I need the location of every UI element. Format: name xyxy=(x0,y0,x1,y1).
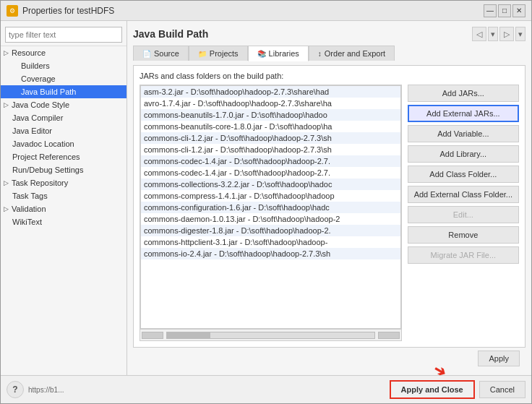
scroll-thumb[interactable] xyxy=(167,332,210,338)
minimize-button[interactable]: — xyxy=(484,4,497,17)
nav-forward-dropdown[interactable]: ▾ xyxy=(515,27,525,41)
tab-projects[interactable]: 📁 Projects xyxy=(189,46,248,61)
buttons-panel: Add JARs... Add External JARs... Add Var… xyxy=(408,85,519,341)
jar-item[interactable]: commons-cli-1.2.jar - D:\soft\hadoop\had… xyxy=(141,132,400,144)
right-panel: Java Build Path ◁ ▾ ▷ ▾ 📄 Source 📁 Proje… xyxy=(127,21,531,375)
apply-row: Apply xyxy=(133,348,525,369)
window-title: Properties for testHDFS xyxy=(22,6,114,16)
title-bar-left: ⚙ Properties for testHDFS xyxy=(7,5,114,17)
source-tab-icon: 📄 xyxy=(142,50,151,58)
sidebar-item-builders[interactable]: Builders xyxy=(1,59,126,72)
jar-item[interactable]: commons-codec-1.4.jar - D:\soft\hadoop\h… xyxy=(141,167,400,179)
tab-source[interactable]: 📄 Source xyxy=(133,46,189,61)
filter-box xyxy=(1,24,126,46)
scroll-track[interactable] xyxy=(166,332,375,339)
projects-tab-icon: 📁 xyxy=(198,50,207,58)
nav-back-dropdown[interactable]: ▾ xyxy=(488,27,498,41)
tab-libraries[interactable]: 📚 Libraries xyxy=(248,46,309,61)
jar-list[interactable]: asm-3.2.jar - D:\soft\hadoop\hadoop-2.7.… xyxy=(140,85,401,329)
panel-header: Java Build Path ◁ ▾ ▷ ▾ xyxy=(133,27,525,41)
sidebar-item-java-compiler[interactable]: Java Compiler xyxy=(1,111,126,124)
bottom-bar: ? https://b1... Apply and Close Cancel xyxy=(1,375,531,403)
apply-button[interactable]: Apply xyxy=(478,351,520,366)
remove-button[interactable]: Remove xyxy=(408,226,519,244)
sidebar-item-java-code-style[interactable]: ▷ Java Code Style xyxy=(1,98,126,111)
scroll-right-btn[interactable] xyxy=(378,332,400,339)
sidebar-item-coverage[interactable]: Coverage xyxy=(1,72,126,85)
add-class-folder-button[interactable]: Add Class Folder... xyxy=(408,166,519,183)
properties-window: ⚙ Properties for testHDFS — □ ✕ ▷ Resour… xyxy=(0,0,532,404)
tabs: 📄 Source 📁 Projects 📚 Libraries ↕ Order … xyxy=(133,46,525,61)
scroll-left-btn[interactable] xyxy=(142,332,163,339)
sidebar-item-task-tags[interactable]: Task Tags xyxy=(1,189,126,202)
jar-item[interactable]: commons-compress-1.4.1.jar - D:\soft\had… xyxy=(141,190,400,202)
sidebar-item-java-editor[interactable]: Java Editor xyxy=(1,124,126,137)
content-label: JARs and class folders on the build path… xyxy=(140,72,519,80)
arrow-icon: ▷ xyxy=(4,101,9,108)
footer-url: https://b1... xyxy=(28,386,385,394)
jar-item[interactable]: commons-httpclient-3.1.jar - D:\soft\had… xyxy=(141,236,400,248)
help-button[interactable]: ? xyxy=(7,381,24,398)
jar-item[interactable]: commons-io-2.4.jar - D:\soft\hadoop\hado… xyxy=(141,248,400,259)
main-split: asm-3.2.jar - D:\soft\hadoop\hadoop-2.7.… xyxy=(140,85,519,341)
sidebar-item-java-build-path[interactable]: Java Build Path xyxy=(1,85,126,98)
bottom-bar-wrapper: ➔ ? https://b1... Apply and Close Cancel xyxy=(1,375,531,403)
add-library-button[interactable]: Add Library... xyxy=(408,145,519,163)
jar-item[interactable]: commons-daemon-1.0.13.jar - D:\soft\hado… xyxy=(141,213,400,225)
jar-item[interactable]: avro-1.7.4.jar - D:\soft\hadoop\hadoop-2… xyxy=(141,98,400,109)
arrow-icon: ▷ xyxy=(4,179,9,186)
jar-item[interactable]: commons-collections-3.2.2.jar - D:\soft\… xyxy=(141,179,400,190)
panel-title: Java Build Path xyxy=(133,28,208,40)
arrow-icon: ▷ xyxy=(4,205,9,212)
sidebar-item-wikitext[interactable]: WikiText xyxy=(1,215,126,228)
libraries-tab-icon: 📚 xyxy=(257,50,266,58)
jar-item[interactable]: commons-configuration-1.6.jar - D:\soft\… xyxy=(141,202,400,213)
filter-input[interactable] xyxy=(5,27,122,43)
add-variable-button[interactable]: Add Variable... xyxy=(408,125,519,142)
nav-back-button[interactable]: ◁ xyxy=(472,27,486,41)
sidebar-item-resource[interactable]: ▷ Resource xyxy=(1,46,126,59)
add-external-jars-button[interactable]: Add External JARs... xyxy=(408,105,519,122)
apply-and-close-button[interactable]: Apply and Close xyxy=(390,380,475,399)
maximize-button[interactable]: □ xyxy=(498,4,511,17)
sidebar-item-javadoc-location[interactable]: Javadoc Location xyxy=(1,137,126,150)
add-external-class-folder-button[interactable]: Add External Class Folder... xyxy=(408,186,519,203)
arrow-icon: ▷ xyxy=(4,49,9,56)
sidebar-item-task-repository[interactable]: ▷ Task Repository xyxy=(1,176,126,189)
nav-buttons: ◁ ▾ ▷ ▾ xyxy=(472,27,525,41)
main-content: ▷ Resource Builders Coverage Java Build … xyxy=(1,21,531,375)
window-icon: ⚙ xyxy=(7,5,18,17)
order-tab-icon: ↕ xyxy=(318,50,322,58)
cancel-button[interactable]: Cancel xyxy=(479,381,525,398)
jar-item[interactable]: commons-codec-1.4.jar - D:\soft\hadoop\h… xyxy=(141,155,400,167)
horizontal-scrollbar[interactable] xyxy=(140,329,401,340)
close-button[interactable]: ✕ xyxy=(512,4,525,17)
jar-item[interactable]: asm-3.2.jar - D:\soft\hadoop\hadoop-2.7.… xyxy=(141,86,400,98)
add-jars-button[interactable]: Add JARs... xyxy=(408,85,519,102)
sidebar-item-project-references[interactable]: Project References xyxy=(1,150,126,163)
title-bar-controls: — □ ✕ xyxy=(484,4,525,17)
edit-button[interactable]: Edit... xyxy=(408,206,519,223)
jar-item[interactable]: commons-beanutils-1.7.0.jar - D:\soft\ha… xyxy=(141,109,400,121)
jar-item[interactable]: commons-digester-1.8.jar - D:\soft\hadoo… xyxy=(141,225,400,236)
migrate-jar-button[interactable]: Migrate JAR File... xyxy=(408,246,519,264)
sidebar-item-run-debug-settings[interactable]: Run/Debug Settings xyxy=(1,163,126,176)
jar-item[interactable]: commons-cli-1.2.jar - D:\soft\hadoop\had… xyxy=(141,144,400,155)
jar-item[interactable]: commons-beanutils-core-1.8.0.jar - D:\so… xyxy=(141,121,400,132)
sidebar-item-validation[interactable]: ▷ Validation xyxy=(1,202,126,215)
sidebar: ▷ Resource Builders Coverage Java Build … xyxy=(1,21,127,375)
content-area: JARs and class folders on the build path… xyxy=(133,65,525,348)
title-bar: ⚙ Properties for testHDFS — □ ✕ xyxy=(1,1,531,21)
tab-order-export[interactable]: ↕ Order and Export xyxy=(309,46,395,61)
nav-forward-button[interactable]: ▷ xyxy=(499,27,514,41)
